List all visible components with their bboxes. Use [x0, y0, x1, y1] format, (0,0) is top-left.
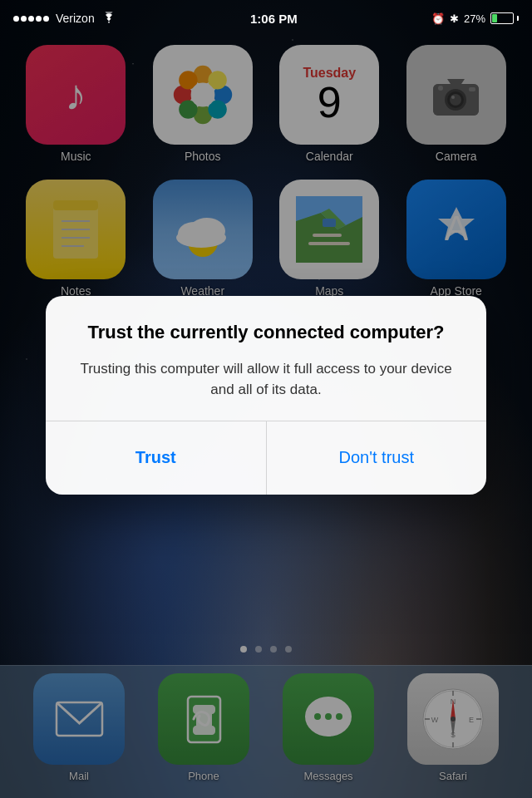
battery-fill — [492, 14, 497, 22]
status-left: Verizon — [13, 12, 116, 26]
dont-trust-button[interactable]: Don't trust — [267, 421, 487, 495]
battery-indicator — [490, 12, 519, 24]
battery-percent: 27% — [464, 12, 485, 25]
alert-message: Trusting this computer will allow it ful… — [71, 358, 461, 401]
bluetooth-icon: ✱ — [450, 12, 459, 25]
signal-dot-5 — [43, 16, 49, 22]
alarm-icon: ⏰ — [431, 12, 445, 25]
signal-dot-4 — [36, 16, 42, 22]
wifi-icon — [101, 12, 116, 26]
status-bar: Verizon 1:06 PM ⏰ ✱ 27% — [0, 0, 532, 37]
signal-dot-2 — [21, 16, 27, 22]
battery-body — [490, 12, 514, 24]
signal-strength — [13, 16, 49, 22]
signal-dot-1 — [13, 16, 19, 22]
alert-title: Trust the currently connected computer? — [71, 321, 461, 345]
trust-alert-dialog: Trust the currently connected computer? … — [46, 296, 486, 495]
battery-tip — [517, 16, 519, 21]
alert-buttons: Trust Don't trust — [46, 421, 486, 495]
status-right: ⏰ ✱ 27% — [431, 12, 519, 25]
trust-button[interactable]: Trust — [46, 421, 267, 495]
carrier-label: Verizon — [56, 12, 95, 25]
signal-dot-3 — [28, 16, 34, 22]
alert-content: Trust the currently connected computer? … — [46, 296, 486, 421]
clock: 1:06 PM — [250, 12, 298, 26]
